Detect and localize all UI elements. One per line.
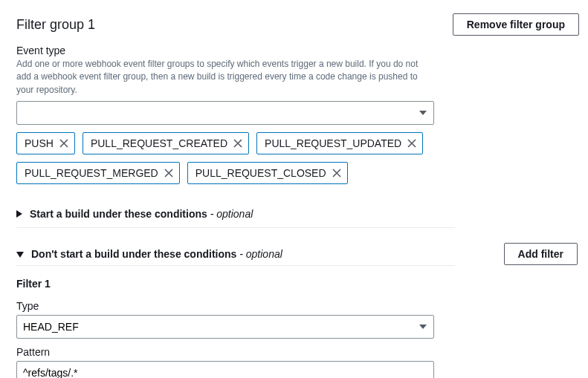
filter-group-title: Filter group 1 (16, 17, 95, 33)
event-tag-label: PULL_REQUEST_CREATED (91, 137, 227, 149)
close-icon[interactable] (59, 139, 68, 148)
start-build-expander[interactable]: Start a build under these conditions - o… (16, 205, 455, 228)
dont-start-build-expander[interactable]: Don't start a build under these conditio… (16, 245, 489, 263)
filter-pattern-input[interactable] (16, 361, 434, 378)
filter-pattern-label: Pattern (16, 346, 579, 358)
filter-type-select[interactable]: HEAD_REF (16, 315, 434, 339)
start-build-label: Start a build under these conditions - o… (30, 208, 253, 220)
close-icon[interactable] (233, 139, 242, 148)
close-icon[interactable] (332, 169, 341, 177)
caret-right-icon (16, 208, 22, 220)
event-tag: PULL_REQUEST_MERGED (16, 162, 180, 184)
event-tag-label: PUSH (25, 137, 54, 149)
close-icon[interactable] (164, 169, 173, 177)
event-tag: PULL_REQUEST_CREATED (83, 132, 249, 154)
event-type-label: Event type (16, 45, 434, 56)
event-type-select[interactable] (16, 101, 434, 125)
event-tag-label: PULL_REQUEST_MERGED (25, 167, 158, 179)
event-tag-label: PULL_REQUEST_UPDATED (265, 137, 401, 149)
filter-1-title: Filter 1 (16, 278, 579, 290)
filter-type-label: Type (16, 300, 579, 312)
add-filter-button[interactable]: Add filter (504, 243, 578, 265)
divider (16, 265, 455, 266)
event-tag: PULL_REQUEST_UPDATED (256, 132, 423, 154)
event-tag: PUSH (16, 132, 75, 154)
caret-down-icon (16, 248, 24, 260)
close-icon[interactable] (407, 139, 416, 148)
dont-start-build-label: Don't start a build under these conditio… (31, 248, 282, 260)
remove-filter-group-button[interactable]: Remove filter group (453, 13, 579, 36)
event-type-hint: Add one or more webhook event filter gro… (16, 58, 434, 97)
event-tag-label: PULL_REQUEST_CLOSED (196, 167, 326, 179)
event-tag: PULL_REQUEST_CLOSED (187, 162, 348, 184)
event-type-tags: PUSH PULL_REQUEST_CREATED PULL_REQUEST_U… (16, 132, 434, 184)
